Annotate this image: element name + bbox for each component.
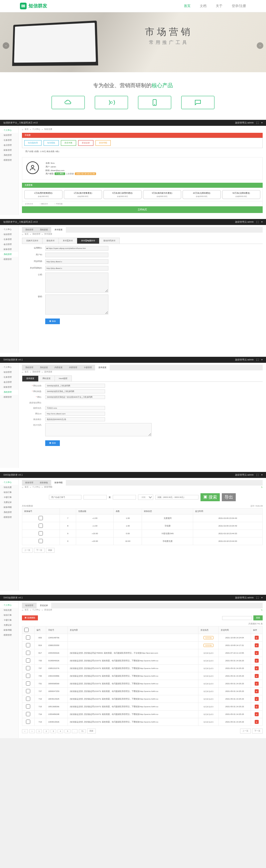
select-all-checkbox[interactable] [24, 628, 29, 632]
form-input[interactable] [45, 266, 108, 271]
pay-option[interactable]: ○ 微信支付 [40, 203, 47, 205]
refresh-icon[interactable]: ↻ [261, 609, 263, 611]
row-checkbox[interactable] [26, 712, 30, 716]
sidebar-item[interactable]: · 权限管理 [0, 633, 18, 638]
sidebar-item[interactable]: · 系统管理 [0, 153, 18, 158]
caret-down-icon[interactable]: ▾ [261, 122, 263, 124]
tab[interactable]: 短信模板 [43, 140, 59, 146]
pager-button[interactable]: 下一页 [252, 728, 263, 734]
amount-input[interactable] [155, 495, 199, 500]
form-input[interactable] [45, 412, 105, 416]
carousel-next-icon[interactable]: › [257, 42, 263, 49]
tab[interactable]: 财务管理 [22, 480, 37, 486]
expand-icon[interactable]: ⛶ [256, 122, 259, 124]
form-input[interactable] [45, 390, 105, 393]
form-textarea[interactable] [45, 273, 108, 292]
sidebar-item[interactable]: · 知信充值 [0, 485, 18, 490]
pager-button[interactable]: 5 [65, 729, 70, 733]
sidebar-item[interactable]: · 个人中心 [0, 128, 18, 133]
row-checkbox[interactable] [39, 531, 43, 535]
pager-button[interactable]: < [22, 729, 28, 733]
row-checkbox[interactable] [39, 524, 43, 528]
status-select[interactable]: 到账 [138, 495, 153, 500]
sidebar-item[interactable]: · 短信管理 [0, 232, 18, 237]
sidebar-item[interactable]: · 会员管理 [0, 242, 18, 247]
caret-down-icon[interactable]: ▾ [261, 474, 263, 476]
row-checkbox[interactable] [26, 696, 30, 701]
delete-button[interactable]: ✕ [255, 636, 259, 640]
sidebar-item[interactable]: · 个人中心 [0, 480, 18, 485]
sidebar-item[interactable]: · 个人中心 [0, 603, 18, 608]
form-input[interactable] [45, 259, 108, 264]
tab[interactable]: 系统设置 [37, 227, 51, 232]
pager-button[interactable]: 刷新 [46, 548, 55, 553]
delete-button[interactable]: ✕ [255, 666, 259, 670]
pager-button[interactable]: 上一页 [22, 548, 33, 553]
search-input[interactable] [222, 616, 252, 620]
bulk-delete-button[interactable]: ▣ 批量删除 [22, 615, 38, 620]
expand-icon[interactable]: ⛶ [256, 221, 259, 223]
tab[interactable]: 财务明细 [95, 140, 111, 146]
sidebar-item[interactable]: · 个人中心 [0, 227, 18, 232]
sidebar-item[interactable]: · 会员管理 [0, 143, 18, 148]
pager-button[interactable]: 3 [51, 729, 56, 733]
tab[interactable]: 发送记录 [78, 140, 93, 146]
package-card[interactable]: 1万条(国内套餐通道)价格1000.00元 [24, 190, 63, 199]
subtab[interactable]: 基本设置 [22, 375, 39, 381]
sidebar-item[interactable]: · 财务明细 [0, 505, 18, 510]
nav-about[interactable]: 关于 [216, 4, 223, 8]
pager-button[interactable]: 下一页 [34, 548, 44, 553]
user-label[interactable]: 超级管理员 admin [235, 121, 254, 124]
sidebar-item[interactable]: · 知信充值 [0, 608, 18, 613]
delete-button[interactable]: ✕ [255, 712, 259, 716]
row-checkbox[interactable] [26, 643, 30, 647]
delete-button[interactable]: ✕ [255, 643, 259, 647]
row-checkbox[interactable] [26, 666, 30, 670]
sidebar-item[interactable]: · 充值记录 [0, 500, 18, 505]
form-input[interactable] [45, 384, 105, 388]
row-checkbox[interactable] [39, 516, 43, 520]
delete-button[interactable]: ✕ [255, 674, 259, 678]
user-label[interactable]: 超级管理员 admin [235, 220, 254, 224]
subtab[interactable]: Hash版权 [55, 375, 72, 381]
export-button[interactable]: 导出 [222, 493, 236, 501]
delete-button[interactable]: ✕ [255, 697, 259, 701]
sidebar-item[interactable]: · 短信管理 [0, 133, 18, 138]
pager-button[interactable]: 1 [36, 729, 42, 733]
nav-home[interactable]: 首页 [184, 4, 191, 8]
sidebar-item[interactable]: · 短信订单 [0, 613, 18, 618]
form-input[interactable] [45, 417, 105, 421]
tab[interactable]: 内容设置 [51, 365, 66, 370]
form-input[interactable] [45, 253, 108, 257]
search-button[interactable]: ▣ 搜索 [200, 493, 220, 501]
subtab[interactable]: 切换开关支付 [22, 238, 42, 244]
row-checkbox[interactable] [26, 636, 30, 640]
row-checkbox[interactable] [26, 651, 30, 655]
caret-down-icon[interactable]: ▾ [261, 596, 263, 599]
form-textarea[interactable] [45, 423, 152, 436]
delete-button[interactable]: ✕ [255, 682, 259, 686]
package-card[interactable]: 50万条(无限制通道)价格50000.00元 [222, 190, 260, 199]
carousel-prev-icon[interactable]: ‹ [3, 42, 9, 49]
sidebar-item[interactable]: · 任务管理 [0, 138, 18, 143]
sidebar-item[interactable]: · 系统管理 [0, 510, 18, 515]
form-input[interactable] [45, 246, 108, 251]
subtab[interactable]: 支付宝电脑支付 [77, 238, 99, 244]
date-to-input[interactable] [113, 495, 136, 500]
refresh-icon[interactable]: ↻ [261, 486, 263, 488]
buy-button[interactable]: 立即购买 [22, 206, 263, 213]
tab[interactable]: 系统管理 [22, 365, 37, 370]
expand-icon[interactable]: ⛶ [256, 597, 259, 599]
tab[interactable]: 财务明细 [51, 480, 66, 486]
row-checkbox[interactable] [26, 719, 30, 724]
sidebar-item[interactable]: · 个人中心 [0, 365, 18, 370]
user-label[interactable]: 超级管理员 admin [235, 358, 254, 362]
subtab[interactable]: 微信支付 [42, 238, 59, 244]
user-label[interactable]: 超级管理员 admin [235, 473, 254, 476]
caret-down-icon[interactable]: ▾ [261, 359, 263, 361]
sidebar-item[interactable]: · 任务管理 [0, 237, 18, 242]
tab[interactable]: 内容管理 [66, 365, 80, 370]
pay-option[interactable]: ○ 卡密充值 [55, 203, 63, 205]
sidebar-item[interactable]: · 财务管理 [0, 247, 18, 252]
search-button[interactable]: 搜索 [253, 615, 263, 620]
